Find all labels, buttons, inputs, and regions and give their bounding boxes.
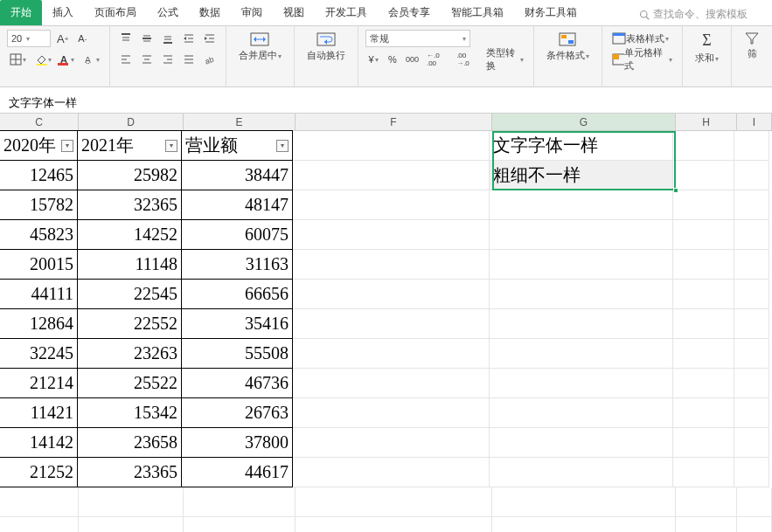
cell-h[interactable] (673, 190, 734, 220)
tab-layout[interactable]: 页面布局 (84, 0, 147, 25)
cell-header-e[interactable]: 营业额▾ (181, 130, 293, 161)
cell-c[interactable]: 12864 (0, 308, 78, 339)
cell-g[interactable] (492, 487, 676, 517)
cell-d[interactable]: 25982 (77, 160, 182, 190)
col-header-g[interactable]: G (492, 114, 676, 130)
cell-e[interactable]: 55508 (181, 338, 293, 369)
cell-f[interactable] (293, 190, 490, 220)
indent-increase-button[interactable] (201, 30, 219, 47)
filter-dropdown-button[interactable]: ▾ (165, 140, 177, 152)
cell-c[interactable]: 21214 (0, 368, 78, 398)
align-left-button[interactable] (117, 51, 135, 68)
cell-g[interactable] (490, 280, 673, 309)
tab-dev[interactable]: 开发工具 (315, 0, 378, 25)
cell-g[interactable] (490, 339, 673, 369)
cell-h[interactable] (676, 517, 737, 532)
cell-f[interactable] (293, 398, 490, 428)
cell-h[interactable] (673, 458, 734, 487)
tab-formula[interactable]: 公式 (147, 0, 189, 25)
cell-g[interactable] (490, 220, 673, 250)
orientation-button[interactable]: ab (201, 51, 219, 68)
decimal-increase-button[interactable]: ←.0 .00 (424, 51, 450, 68)
cell-e[interactable]: 26763 (181, 397, 293, 428)
cell-e[interactable]: 44617 (181, 457, 293, 487)
cell-c[interactable]: 21252 (0, 457, 78, 487)
type-convert-button[interactable]: 类型转换▾ (483, 51, 525, 68)
cell-h[interactable] (673, 220, 734, 250)
col-header-i[interactable]: I (737, 114, 772, 130)
cell-e[interactable]: 48147 (181, 190, 293, 220)
cell-h[interactable] (673, 280, 734, 309)
cell-d[interactable]: 23263 (77, 338, 182, 369)
cell-i[interactable] (734, 458, 769, 487)
cell-c[interactable]: 20015 (0, 249, 78, 280)
tab-start[interactable]: 开始 (0, 0, 42, 25)
cell-d[interactable]: 25522 (77, 368, 182, 398)
cell-h[interactable] (673, 339, 734, 369)
cell-h[interactable] (673, 398, 734, 428)
command-search[interactable]: 查找命令、搜索模板 (632, 3, 755, 25)
cell-c[interactable]: 12465 (0, 160, 78, 190)
align-top-button[interactable] (117, 30, 135, 47)
align-bottom-button[interactable] (159, 30, 177, 47)
cell-i[interactable] (734, 280, 769, 309)
merge-center-button[interactable]: 合并居中▾ (233, 30, 287, 64)
cell-g[interactable] (490, 369, 673, 398)
cell-i[interactable] (734, 131, 769, 161)
decimal-decrease-button[interactable]: .00 →.0 (454, 51, 480, 68)
col-header-h[interactable]: H (676, 114, 737, 130)
cell-c[interactable]: 44111 (0, 279, 78, 309)
tab-smarttools[interactable]: 智能工具箱 (441, 0, 514, 25)
cell-d[interactable]: 22545 (77, 279, 182, 309)
font-decrease-button[interactable]: A- (74, 30, 90, 47)
font-size-select[interactable]: 20▾ (7, 30, 51, 47)
cell-i[interactable] (734, 161, 769, 190)
cell-c[interactable]: 14142 (0, 427, 78, 458)
cell-i[interactable] (734, 428, 769, 458)
fill-color-button[interactable]: ▾ (32, 51, 54, 68)
cell-d[interactable]: 11148 (77, 249, 182, 280)
filter-dropdown-button[interactable]: ▾ (276, 140, 289, 152)
cell-f[interactable] (293, 309, 490, 339)
cell-style-button[interactable]: 单元格样式▾ (609, 51, 675, 68)
border-button[interactable]: ▾ (7, 51, 29, 68)
cell-g1[interactable]: 文字字体一样 (490, 131, 673, 161)
cell-i[interactable] (734, 220, 769, 250)
tab-review[interactable]: 审阅 (231, 0, 273, 25)
cell-g[interactable] (490, 458, 673, 487)
distribute-button[interactable] (180, 51, 198, 68)
autosum-button[interactable]: Σ 求和▾ (690, 30, 724, 66)
cell-i[interactable] (734, 339, 769, 369)
cell-e[interactable]: 35416 (181, 308, 293, 339)
cell-c[interactable]: 45823 (0, 219, 78, 250)
cell-g[interactable] (490, 398, 673, 428)
percent-button[interactable]: % (385, 51, 400, 68)
phonetic-button[interactable]: A̤▾ (80, 51, 102, 68)
font-color-button[interactable]: A ▾ (58, 51, 77, 68)
cell-d[interactable]: 23365 (77, 457, 182, 487)
cell-i[interactable] (734, 190, 769, 220)
cell-header-d[interactable]: 2021年▾ (77, 130, 182, 161)
cell-f[interactable] (296, 487, 492, 517)
cell-f[interactable] (293, 161, 490, 190)
tab-finance[interactable]: 财务工具箱 (514, 0, 588, 25)
cell-f[interactable] (293, 220, 490, 250)
formula-bar[interactable]: 文字字体一样 (0, 93, 772, 114)
cell-header-c[interactable]: 2020年▾ (0, 130, 78, 161)
cell-f[interactable] (293, 250, 490, 280)
cell-d[interactable]: 15342 (77, 397, 182, 428)
cell-g2[interactable]: 粗细不一样 (490, 161, 673, 190)
cell-c[interactable]: 15782 (0, 190, 78, 220)
tab-insert[interactable]: 插入 (42, 0, 84, 25)
conditional-format-button[interactable]: 条件格式▾ (541, 30, 595, 64)
cell-e[interactable]: 66656 (181, 279, 293, 309)
cell-e[interactable] (184, 517, 296, 532)
col-header-d[interactable]: D (79, 114, 184, 130)
font-increase-button[interactable]: A+ (54, 30, 71, 47)
cell-d[interactable]: 22552 (77, 308, 182, 339)
cell-e[interactable]: 46736 (181, 368, 293, 398)
wrap-text-button[interactable]: 自动换行 (302, 30, 351, 64)
align-center-button[interactable] (138, 51, 156, 68)
table-style-button[interactable]: 表格样式▾ (609, 30, 671, 47)
number-format-select[interactable]: 常规▾ (365, 30, 470, 47)
